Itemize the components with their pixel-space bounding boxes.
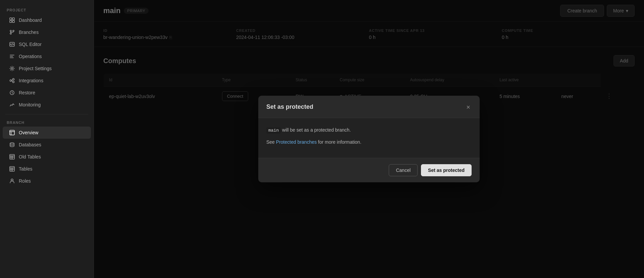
- sidebar-item-dashboard[interactable]: Dashboard: [3, 14, 91, 26]
- info-suffix: for more information.: [317, 139, 361, 145]
- set-as-protected-button[interactable]: Set as protected: [421, 164, 472, 176]
- settings-icon: [9, 66, 15, 71]
- sidebar-item-label: Branches: [19, 30, 39, 35]
- svg-rect-16: [10, 167, 14, 171]
- sidebar-item-monitoring[interactable]: Monitoring: [3, 99, 91, 111]
- sidebar-item-sql-editor[interactable]: SQL Editor: [3, 38, 91, 50]
- modal-body-text: will be set as a protected branch.: [281, 127, 351, 133]
- sidebar-item-label: Monitoring: [19, 102, 41, 107]
- main-content: main PRIMARY Create branch More ▾ ID br-…: [94, 0, 644, 278]
- modal-overlay: Set as protected × main will be set as a…: [94, 0, 644, 278]
- sidebar-item-integrations[interactable]: Integrations: [3, 75, 91, 87]
- sidebar-item-databases[interactable]: Databases: [3, 139, 91, 151]
- svg-point-14: [10, 143, 14, 144]
- info-prefix: See: [266, 139, 276, 145]
- operations-icon: [9, 54, 15, 59]
- sidebar-item-old-tables[interactable]: Old Tables: [3, 151, 91, 163]
- sidebar-item-tables[interactable]: Tables: [3, 163, 91, 175]
- svg-rect-15: [10, 154, 14, 159]
- sidebar-divider: [5, 114, 88, 114]
- protected-branches-link[interactable]: Protected branches: [276, 139, 317, 145]
- sql-icon: [9, 42, 15, 47]
- svg-rect-2: [10, 20, 12, 22]
- svg-point-8: [11, 68, 13, 70]
- sidebar-item-label: Dashboard: [19, 17, 42, 23]
- project-section-label: PROJECT: [0, 5, 94, 14]
- modal-info: See Protected branches for more informat…: [266, 138, 472, 146]
- roles-icon: [9, 178, 15, 184]
- sidebar-item-label: Roles: [19, 178, 31, 184]
- branch-icon: [9, 30, 15, 35]
- svg-point-10: [13, 79, 14, 80]
- sidebar: PROJECT Dashboard Branches SQL Editor Op…: [0, 0, 94, 278]
- sidebar-item-label: Restore: [19, 90, 35, 95]
- integrations-icon: [9, 78, 15, 83]
- svg-rect-3: [12, 20, 14, 22]
- monitoring-icon: [9, 102, 15, 107]
- overview-icon: [9, 130, 15, 135]
- branch-section-label: BRANCH: [0, 118, 94, 127]
- sidebar-item-label: Integrations: [19, 78, 43, 83]
- tables-icon: [9, 166, 15, 172]
- modal-footer: Cancel Set as protected: [258, 158, 480, 182]
- svg-point-11: [13, 81, 14, 83]
- modal-branch-name: main: [266, 127, 281, 134]
- sidebar-item-label: Old Tables: [19, 154, 41, 159]
- sidebar-item-label: Tables: [19, 166, 32, 172]
- modal-header: Set as protected ×: [258, 96, 480, 118]
- sidebar-item-branches[interactable]: Branches: [3, 26, 91, 38]
- cancel-button[interactable]: Cancel: [389, 164, 418, 176]
- sidebar-item-label: Project Settings: [19, 66, 52, 71]
- sidebar-item-project-settings[interactable]: Project Settings: [3, 62, 91, 75]
- modal-title: Set as protected: [266, 103, 313, 110]
- svg-rect-0: [10, 18, 12, 20]
- sidebar-item-operations[interactable]: Operations: [3, 50, 91, 62]
- sidebar-item-roles[interactable]: Roles: [3, 175, 91, 187]
- sidebar-item-label: Overview: [19, 130, 38, 135]
- sidebar-item-restore[interactable]: Restore: [3, 87, 91, 99]
- old-tables-icon: [9, 154, 15, 159]
- modal-close-button[interactable]: ×: [465, 102, 472, 112]
- svg-rect-13: [10, 130, 14, 135]
- svg-rect-1: [12, 18, 14, 20]
- modal-description: main will be set as a protected branch.: [266, 126, 472, 134]
- sidebar-item-label: Operations: [19, 54, 42, 59]
- restore-icon: [9, 90, 15, 95]
- sidebar-item-overview[interactable]: Overview: [3, 127, 91, 139]
- databases-icon: [9, 142, 15, 147]
- sidebar-item-label: SQL Editor: [19, 42, 42, 47]
- sidebar-item-label: Databases: [19, 142, 41, 147]
- grid-icon: [9, 17, 15, 23]
- modal-dialog: Set as protected × main will be set as a…: [258, 96, 480, 182]
- modal-body: main will be set as a protected branch. …: [258, 118, 480, 158]
- svg-point-17: [11, 179, 13, 181]
